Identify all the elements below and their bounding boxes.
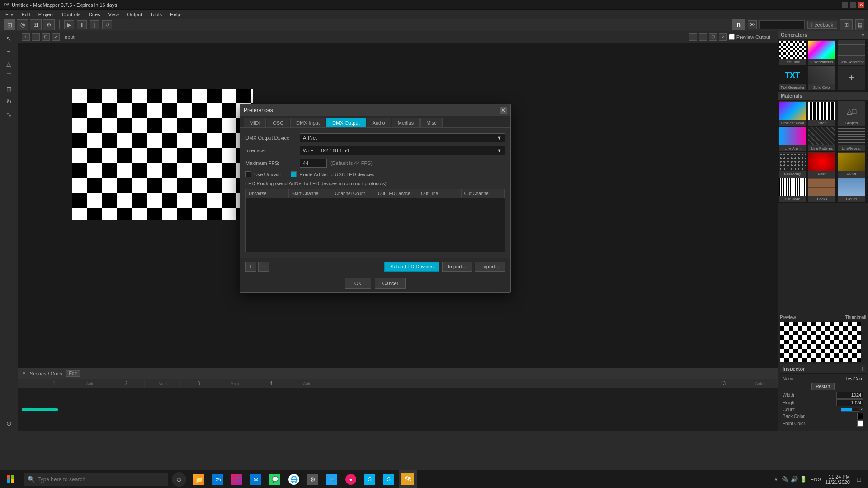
dmx-device-select[interactable]: ArtNet ▼ (300, 133, 505, 142)
fps-input[interactable] (300, 159, 327, 168)
unicast-checkbox[interactable] (245, 171, 251, 177)
output-minus[interactable]: − (699, 33, 707, 41)
taskbar-store[interactable]: 🛍 (209, 470, 227, 488)
mat-strob[interactable]: Strob (808, 101, 835, 126)
ok-button[interactable]: OK (345, 278, 371, 289)
menu-file[interactable]: File (2, 11, 17, 18)
sidebar-bezier[interactable]: ⌒ (2, 70, 16, 82)
titlebar-controls[interactable]: — □ ✕ (842, 2, 864, 8)
menu-output[interactable]: Output (123, 11, 146, 18)
menu-tools[interactable]: Tools (146, 11, 165, 18)
tool-select[interactable]: ⊡ (4, 19, 15, 30)
tab-misc[interactable]: Misc (420, 118, 443, 127)
preview-output-checkbox[interactable] (729, 34, 735, 40)
expand-canvas[interactable]: ⤢ (52, 33, 60, 41)
restart-button[interactable]: Restart (811, 383, 834, 390)
notifications-button[interactable]: □ (854, 474, 864, 485)
back-color-swatch[interactable] (857, 413, 863, 419)
mat-solid-array[interactable]: SolidArray (779, 152, 806, 177)
sidebar-add[interactable]: + (2, 45, 16, 57)
close-button[interactable]: ✕ (858, 2, 864, 8)
cancel-button[interactable]: Cancel (375, 278, 406, 289)
modal-close-button[interactable]: ✕ (500, 107, 507, 114)
mat-shapes[interactable]: △□ Shapes (838, 101, 865, 126)
device-selector[interactable] (760, 20, 805, 29)
tool-grid[interactable]: ⊞ (30, 19, 42, 30)
tab-medias[interactable]: Medias (392, 118, 420, 127)
tab-midi[interactable]: MIDI (244, 118, 266, 127)
mat-barcode[interactable]: Bar Code (779, 177, 806, 202)
output-fit[interactable]: ⊡ (709, 33, 717, 41)
setup-led-button[interactable]: Setup LED Devices (384, 262, 439, 272)
interface-select[interactable]: Wi-Fi – 192.168.1.54 ▼ (300, 146, 505, 155)
menu-edit[interactable]: Edit (18, 11, 34, 18)
pause-button[interactable]: ⏸ (77, 20, 87, 29)
width-input[interactable] (836, 392, 863, 399)
mat-line-patterns[interactable]: Line Patterns (808, 127, 835, 151)
front-color-swatch[interactable] (857, 420, 863, 427)
sidebar-cursor[interactable]: ↖ (2, 33, 16, 44)
mat-guitar[interactable]: Guitar (838, 152, 865, 177)
taskbar-madmapper[interactable]: 🗺 (399, 470, 417, 488)
height-input[interactable] (836, 399, 863, 406)
sidebar-scale[interactable]: ⤡ (2, 108, 16, 120)
menu-help[interactable]: Help (166, 11, 184, 18)
fit-canvas[interactable]: ⊡ (42, 33, 50, 41)
taskbar-mail[interactable]: ✉ (247, 470, 265, 488)
import-button[interactable]: Import... (442, 262, 472, 272)
tool-settings[interactable]: ⚙ (43, 19, 55, 30)
taskbar-explorer[interactable]: 📁 (190, 470, 208, 488)
route-artnet-checkbox[interactable] (291, 171, 297, 177)
clock[interactable]: 11:24 PM 11/21/2020 (825, 474, 850, 485)
loop-button[interactable]: ↺ (102, 20, 112, 29)
feedback-button[interactable]: Feedback (807, 21, 837, 29)
cortana-button[interactable]: ⊙ (172, 472, 186, 487)
edit-button[interactable]: Edit (66, 370, 80, 377)
taskbar-search-box[interactable]: 🔍 Type here to search (24, 473, 168, 486)
tool-circle[interactable]: ◎ (17, 19, 28, 30)
taskbar-skype-2[interactable]: S (380, 470, 398, 488)
mat-siren[interactable]: Siren (808, 152, 835, 177)
minimize-button[interactable]: — (842, 2, 848, 8)
sidebar-rotate[interactable]: ↻ (2, 96, 16, 108)
mat-clouds[interactable]: Clouds (838, 177, 865, 202)
play-button[interactable]: ▶ (64, 20, 74, 29)
tab-audio[interactable]: Audio (367, 118, 391, 127)
sidebar-shapes[interactable]: △ (2, 58, 16, 70)
add-row-button[interactable]: + (245, 262, 256, 272)
menu-project[interactable]: Project (35, 11, 57, 18)
maximize-button[interactable]: □ (850, 2, 856, 8)
output-add[interactable]: + (689, 33, 697, 41)
sidebar-grid[interactable]: ⊞ (2, 83, 16, 95)
gen-textgenerator[interactable]: TXT Text Generator (779, 66, 806, 90)
mat-line-repeat[interactable]: LineRepea.. (838, 127, 865, 151)
sidebar-output[interactable]: ⊛ (2, 418, 16, 429)
menu-view[interactable]: View (105, 11, 123, 18)
add-canvas[interactable]: + (22, 33, 30, 41)
gen-colorpatterns[interactable]: ColorPatterns (808, 40, 835, 65)
tab-dmx-output[interactable]: DMX Output (326, 118, 366, 127)
taskbar-settings[interactable]: ⚙ (304, 470, 322, 488)
taskbar-music[interactable]: 🎵 (228, 470, 246, 488)
remove-row-button[interactable]: − (258, 262, 269, 272)
tab-dmx-input[interactable]: DMX Input (290, 118, 326, 127)
taskbar-skype-1[interactable]: S (361, 470, 379, 488)
menu-cues[interactable]: Cues (85, 11, 104, 18)
add-generator-button[interactable]: + (838, 66, 865, 90)
eye-button[interactable]: 👁 (748, 20, 757, 29)
tab-osc[interactable]: OSC (267, 118, 289, 127)
mat-line-anim[interactable]: Line Anim (779, 127, 806, 151)
view-icon[interactable]: ⊞ (840, 19, 853, 30)
chevron-up-icon[interactable]: ∧ (774, 476, 778, 483)
mat-bricks[interactable]: Bricks (808, 177, 835, 202)
taskbar-whatsapp[interactable]: 💬 (266, 470, 284, 488)
taskbar-bird[interactable]: 🐦 (323, 470, 341, 488)
panel-icon[interactable]: ▤ (855, 19, 864, 30)
gen-solidcolor[interactable]: Solid Color (808, 66, 835, 90)
mat-gradient-color[interactable]: Gradient Color (779, 101, 806, 126)
gen-testcard[interactable]: Test Card (779, 40, 806, 65)
output-expand[interactable]: ⤢ (719, 33, 727, 41)
export-button[interactable]: Export... (475, 262, 505, 272)
start-button[interactable] (0, 470, 22, 488)
remove-canvas[interactable]: − (32, 33, 40, 41)
